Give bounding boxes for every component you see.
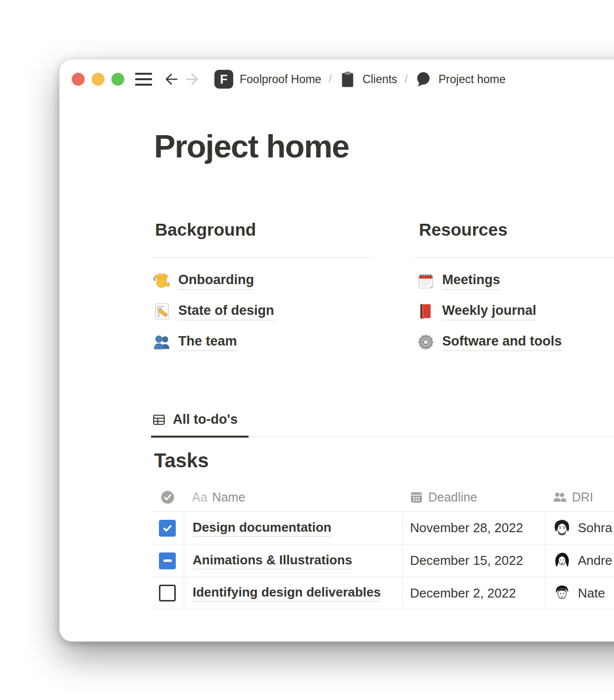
avatar-andre	[553, 551, 571, 570]
page-link-label: State of design	[178, 303, 274, 320]
column-header-name[interactable]: Aa Name	[184, 490, 402, 504]
task-dri-name: Andre	[578, 553, 612, 568]
red-book-icon	[417, 303, 434, 320]
page-link-meetings[interactable]: Meetings	[415, 265, 614, 296]
title-bar: F Foolproof Home / Clients / Project hom…	[59, 59, 614, 99]
forward-arrow-icon[interactable]	[185, 71, 201, 87]
task-name-link[interactable]: Animations & Illustrations	[193, 552, 352, 569]
task-dri[interactable]: Nate	[553, 584, 605, 602]
avatar-nate	[553, 584, 571, 602]
clipboard-icon	[339, 71, 356, 88]
task-dri[interactable]: Andre	[553, 551, 612, 570]
section-title: Resources	[415, 219, 614, 241]
divider	[151, 257, 370, 257]
table-row: Animations & Illustrations December 15, …	[151, 544, 614, 577]
breadcrumb-item-clients[interactable]: Clients	[339, 71, 397, 88]
app-window: F Foolproof Home / Clients / Project hom…	[59, 59, 614, 642]
task-dri-name: Sohra	[578, 520, 612, 536]
gear-icon	[417, 334, 434, 350]
divider	[415, 257, 614, 257]
page-link-onboarding[interactable]: Onboarding	[151, 265, 370, 296]
section-background: Background Onboarding	[151, 219, 370, 357]
page-link-weekly-journal[interactable]: Weekly journal	[415, 296, 614, 327]
table-row: Design documentation November 28, 2022 S…	[151, 511, 614, 544]
minimize-window-button[interactable]	[92, 73, 104, 86]
traffic-lights	[72, 73, 124, 86]
tab-all-todos[interactable]: All to-do's	[151, 412, 249, 438]
page-link-state-of-design[interactable]: State of design	[151, 296, 370, 327]
checkbox-indeterminate[interactable]	[159, 552, 176, 569]
text-property-icon: Aa	[192, 490, 207, 504]
page-link-software-and-tools[interactable]: Software and tools	[415, 327, 614, 357]
checkbox-checked[interactable]	[159, 520, 176, 537]
calendar-icon	[409, 490, 423, 504]
column-header-label: Name	[212, 490, 246, 504]
task-deadline[interactable]: December 15, 2022	[410, 553, 523, 568]
column-header-label: Deadline	[428, 490, 477, 504]
page-title: Project home	[154, 128, 349, 165]
task-dri[interactable]: Sohra	[553, 519, 612, 538]
breadcrumb: F Foolproof Home / Clients / Project hom…	[214, 70, 506, 89]
memo-icon	[154, 303, 170, 320]
close-window-button[interactable]	[72, 73, 85, 86]
section-resources: Resources Meetings	[415, 219, 614, 357]
avatar-sohra	[553, 519, 571, 538]
page-link-label: Onboarding	[178, 272, 254, 290]
breadcrumb-label: Project home	[438, 73, 506, 86]
wave-icon	[154, 272, 170, 289]
breadcrumb-label: Clients	[362, 73, 397, 86]
page-link-label: The team	[178, 334, 237, 351]
section-title: Background	[151, 219, 370, 241]
table-view-icon	[152, 413, 166, 427]
tab-label: All to-do's	[173, 412, 238, 427]
page-link-the-team[interactable]: The team	[151, 327, 370, 357]
sidebar-menu-icon[interactable]	[135, 73, 152, 86]
task-deadline[interactable]: November 28, 2022	[410, 520, 523, 536]
spiral-calendar-icon	[417, 272, 434, 289]
task-name-link[interactable]: Design documentation	[193, 520, 331, 537]
tasks-title: Tasks	[154, 450, 208, 472]
check-circle-icon	[160, 490, 175, 504]
checkbox-unchecked[interactable]	[159, 585, 176, 601]
page-link-label: Meetings	[442, 272, 500, 290]
back-arrow-icon[interactable]	[163, 71, 179, 87]
breadcrumb-item-project-home[interactable]: Project home	[415, 71, 506, 88]
speech-bubble-icon	[415, 71, 432, 88]
table-header-row: Aa Name Deadline	[151, 483, 614, 511]
task-dri-name: Nate	[578, 586, 605, 601]
column-header-label: DRI	[572, 490, 593, 504]
breadcrumb-label: Foolproof Home	[240, 73, 321, 86]
column-header-deadline[interactable]: Deadline	[402, 490, 545, 504]
table-row: Identifying design deliverables December…	[151, 577, 614, 609]
task-deadline[interactable]: December 2, 2022	[410, 586, 516, 601]
page-link-label: Weekly journal	[442, 303, 536, 320]
breadcrumb-item-foolproof-home[interactable]: F Foolproof Home	[214, 70, 321, 89]
zoom-window-button[interactable]	[111, 73, 124, 86]
foolproof-logo-icon: F	[214, 70, 233, 89]
busts-icon	[154, 334, 170, 350]
column-header-dri[interactable]: DRI	[545, 490, 614, 504]
breadcrumb-separator: /	[329, 73, 332, 86]
column-header-checkbox[interactable]	[151, 490, 184, 504]
people-icon	[552, 490, 567, 504]
breadcrumb-separator: /	[405, 73, 408, 86]
task-name-link[interactable]: Identifying design deliverables	[193, 585, 381, 601]
page-link-label: Software and tools	[442, 334, 562, 351]
view-tabs: All to-do's	[151, 412, 614, 437]
tasks-table: Aa Name Deadline	[151, 483, 614, 609]
